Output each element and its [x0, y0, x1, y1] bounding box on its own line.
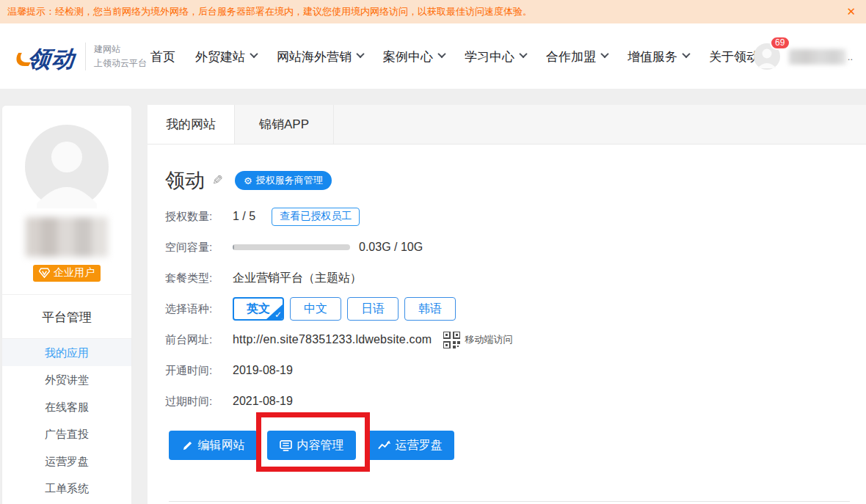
content-management-button[interactable]: 内容管理 — [267, 431, 356, 460]
space-capacity-row: 空间容量: 0.03G / 10G — [165, 232, 512, 263]
open-date-value: 2019-08-19 — [233, 364, 293, 377]
sidebar-item-online-service[interactable]: 在线客服 — [2, 393, 131, 420]
tagline-line2: 上领动云平台 — [94, 56, 147, 70]
language-button-english[interactable]: 英文 ✓ — [233, 297, 284, 321]
pencil-icon — [182, 440, 193, 451]
nav-item-foreign-trade-site[interactable]: 外贸建站 — [195, 48, 257, 65]
nav-item-home[interactable]: 首页 — [150, 48, 175, 65]
nav-label: 首页 — [150, 48, 175, 65]
language-select-label: 选择语种: — [165, 302, 233, 316]
nav-label: 学习中心 — [465, 48, 514, 65]
tab-jinxiao-app[interactable]: 锦销APP — [235, 105, 334, 144]
masked-company-name — [26, 217, 108, 257]
logo-tagline: 建网站 上领动云平台 — [94, 43, 147, 70]
nav-item-learning-center[interactable]: 学习中心 — [465, 48, 526, 65]
content-icon — [280, 440, 292, 451]
sidebar-item-ticket-system[interactable]: 工单系统 — [2, 475, 131, 502]
masked-username — [789, 49, 846, 65]
site-info-rows: 授权数量: 1 / 5 查看已授权员工 空间容量: 0.03G / 10G 套餐… — [165, 201, 512, 417]
section-divider — [169, 501, 850, 502]
mobile-access-label: 移动端访问 — [465, 333, 512, 346]
sidebar-item-operation-compass[interactable]: 运营罗盘 — [2, 448, 131, 475]
vip-badge-label: 企业用户 — [54, 266, 95, 280]
plan-type-row: 套餐类型: 企业营销平台（主题站） — [165, 263, 512, 293]
user-account-area[interactable]: 69 .. — [754, 23, 853, 90]
language-label: 中文 — [304, 302, 327, 317]
tagline-line1: 建网站 — [94, 43, 147, 56]
check-icon: ✓ — [274, 310, 282, 320]
language-button-japanese[interactable]: 日语 — [347, 297, 399, 321]
frontend-url-value[interactable]: http://en.site78351233.ldwebsite.com — [233, 333, 432, 346]
vip-diamond-icon — [39, 268, 50, 278]
logo-divider — [85, 43, 86, 70]
expire-date-row: 过期时间: 2021-08-19 — [165, 386, 512, 417]
close-icon[interactable]: ✕ — [846, 0, 856, 23]
sidebar-section-title: 平台管理 — [2, 295, 131, 338]
sidebar-menu: 我的应用 外贸讲堂 在线客服 广告直投 运营罗盘 工单系统 我的员工 — [2, 338, 131, 504]
sidebar-item-ad-direct[interactable]: 广告直投 — [2, 420, 131, 448]
operation-compass-label: 运营罗盘 — [396, 438, 443, 453]
gear-icon: ⚙ — [244, 175, 252, 186]
chevron-down-icon — [250, 50, 258, 58]
expire-date-label: 过期时间: — [165, 395, 233, 409]
nav-label: 外贸建站 — [195, 48, 245, 65]
trend-icon — [378, 440, 390, 450]
authorized-provider-label: 授权服务商管理 — [256, 174, 323, 187]
language-button-chinese[interactable]: 中文 — [290, 297, 341, 321]
space-capacity-value: 0.03G / 10G — [359, 241, 423, 254]
language-buttons: 英文 ✓ 中文 日语 韩语 — [233, 297, 456, 321]
sidebar-item-my-apps[interactable]: 我的应用 — [2, 339, 131, 366]
language-select-row: 选择语种: 英文 ✓ 中文 日语 韩语 — [165, 293, 512, 324]
nav-item-case-center[interactable]: 案例中心 — [383, 48, 445, 65]
profile-avatar — [25, 125, 109, 208]
chevron-down-icon — [600, 50, 608, 58]
notification-badge[interactable]: 69 — [770, 36, 790, 50]
language-button-korean[interactable]: 韩语 — [404, 297, 456, 321]
plan-type-label: 套餐类型: — [165, 271, 233, 285]
qr-code-icon[interactable] — [443, 332, 460, 348]
vip-badge[interactable]: 企业用户 — [33, 265, 101, 282]
logo[interactable]: 领动 — [15, 44, 75, 75]
nav-label: 关于领动 — [709, 48, 759, 65]
nav-label: 网站海外营销 — [277, 48, 352, 65]
main-panel: 我的网站 锦销APP 领动 ✎ ⚙ 授权服务商管理 授权数量: 1 / 5 查看… — [148, 105, 866, 504]
authorized-provider-button[interactable]: ⚙ 授权服务商管理 — [235, 171, 332, 190]
nav-item-overseas-marketing[interactable]: 网站海外营销 — [277, 48, 363, 65]
expire-date-value: 2021-08-19 — [233, 395, 293, 408]
chevron-down-icon — [519, 50, 527, 58]
sidebar: 企业用户 平台管理 我的应用 外贸讲堂 在线客服 广告直投 运营罗盘 工单系统 … — [1, 105, 132, 504]
network-notice-bar: 温馨提示：经检测，您当前网络为境外网络，后台服务器部署在境内，建议您使用境内网络… — [0, 0, 866, 23]
edit-website-button[interactable]: 编辑网站 — [169, 431, 258, 460]
operation-compass-button[interactable]: 运营罗盘 — [365, 431, 454, 460]
language-label: 韩语 — [418, 302, 442, 317]
view-authorized-staff-button[interactable]: 查看已授权员工 — [272, 208, 360, 226]
action-buttons: 编辑网站 内容管理 运营罗盘 — [169, 431, 454, 460]
chevron-down-icon — [682, 50, 690, 58]
open-date-row: 开通时间: 2019-08-19 — [165, 355, 512, 386]
tab-bar: 我的网站 锦销APP — [148, 105, 866, 145]
language-label: 日语 — [361, 302, 385, 317]
tab-my-website[interactable]: 我的网站 — [148, 105, 235, 144]
auth-count-label: 授权数量: — [165, 210, 233, 224]
username-ellipsis: .. — [848, 51, 853, 62]
content-management-label: 内容管理 — [297, 438, 344, 453]
space-capacity-label: 空间容量: — [165, 241, 233, 255]
nav-item-value-added-services[interactable]: 增值服务 — [627, 48, 689, 65]
frontend-url-label: 前台网址: — [165, 333, 233, 347]
chevron-down-icon — [356, 50, 364, 58]
plan-type-value: 企业营销平台（主题站） — [233, 271, 362, 286]
main-nav: 首页 外贸建站 网站海外营销 案例中心 学习中心 合作加盟 增值服务 关于领动 — [150, 23, 790, 90]
open-date-label: 开通时间: — [165, 364, 233, 378]
chevron-down-icon — [437, 50, 445, 58]
site-name: 领动 — [165, 167, 205, 194]
frontend-url-row: 前台网址: http://en.site78351233.ldwebsite.c… — [165, 324, 512, 355]
auth-count-row: 授权数量: 1 / 5 查看已授权员工 — [165, 201, 512, 232]
nav-label: 增值服务 — [627, 48, 677, 65]
notice-text: 温馨提示：经检测，您当前网络为境外网络，后台服务器部署在境内，建议您使用境内网络… — [7, 6, 532, 17]
sidebar-item-trade-lectures[interactable]: 外贸讲堂 — [2, 366, 131, 393]
auth-count-value: 1 / 5 — [233, 210, 255, 223]
site-header: 领动 建网站 上领动云平台 首页 外贸建站 网站海外营销 案例中心 学习中心 合… — [0, 23, 866, 90]
nav-item-cooperation[interactable]: 合作加盟 — [546, 48, 608, 65]
nav-label: 合作加盟 — [546, 48, 596, 65]
edit-pencil-icon[interactable]: ✎ — [212, 172, 223, 189]
